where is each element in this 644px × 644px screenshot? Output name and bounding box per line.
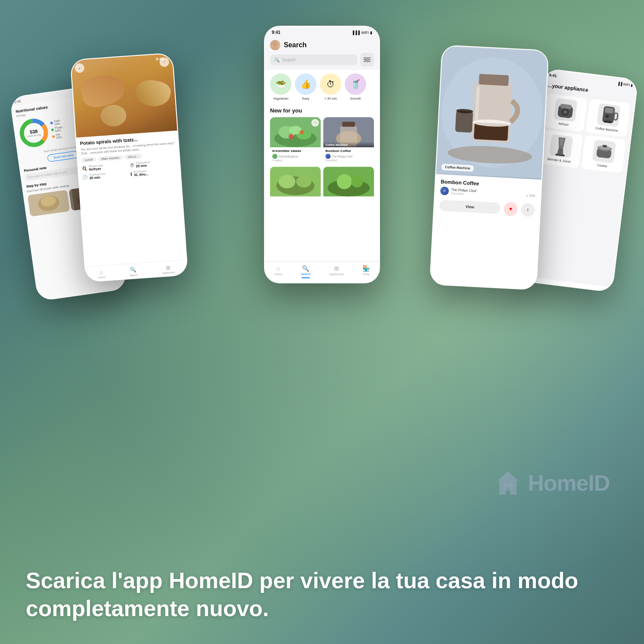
status-icons-search: ▐▐▐ WiFi ▮: [352, 30, 372, 35]
nav-home[interactable]: ⌂ Home: [98, 269, 106, 279]
headline-text: Scarica l'app HomeID per vivere la tua c…: [26, 567, 618, 623]
recipe-hero-image: ‹ ♡ 9:41: [71, 53, 177, 137]
status-time-search: 9:41: [272, 30, 280, 35]
coffee-machine-label: Coffee Machine: [595, 126, 618, 133]
heart-action-button[interactable]: ♥: [504, 202, 518, 216]
legend-dot-carb: [50, 122, 53, 125]
legend-dot-protein: [51, 128, 54, 131]
search-bottom-nav: ⌂ Home 🔍 Search ⊞ Appliances 🏪 Shop: [265, 261, 379, 283]
blender-label: Blender & Juicer: [547, 157, 571, 164]
card4-info: [323, 197, 374, 210]
salads-author-row: KitchenExplorer: [272, 154, 319, 159]
search-header: Search: [265, 36, 379, 53]
nav-home-label: Home: [98, 276, 105, 279]
svg-point-16: [367, 59, 369, 61]
appliance-cooker[interactable]: Cooker: [581, 135, 626, 173]
coffee-title: Bombon Coffee: [325, 149, 372, 153]
svg-rect-28: [342, 122, 355, 127]
logo-area: HomeID: [493, 468, 610, 498]
coffee-author-row: The Philips Chef: [325, 154, 372, 159]
salads-card-image: ♡: [270, 117, 321, 147]
homeid-logo-text: HomeID: [528, 470, 610, 496]
meta-value-type: Airfryer: [89, 167, 104, 171]
recipe-info: Potato spirals with tzatz... You and you…: [76, 131, 181, 187]
view-button[interactable]: View: [439, 200, 501, 214]
snav-search[interactable]: 🔍 Search: [301, 265, 310, 278]
snav-shop-icon: 🏪: [362, 265, 370, 272]
recipe-card-4[interactable]: [323, 167, 374, 210]
snav-shop[interactable]: 🏪 Shop: [362, 265, 370, 278]
cooker-label: Cooker: [597, 163, 608, 168]
coffee-hero: Coffee Machine: [436, 46, 548, 179]
coffee-card-image: Coffee Machine: [323, 117, 374, 147]
meta-accessory: ℹ Accessory XL dou...: [130, 167, 177, 177]
recipe-card-3[interactable]: [270, 167, 321, 210]
smooth-label: Smooth: [350, 97, 361, 100]
svg-rect-40: [479, 74, 509, 86]
nav-search[interactable]: 🔍 Search: [129, 267, 138, 276]
filter-button[interactable]: [360, 53, 374, 67]
recipe-card-salads[interactable]: ♡ Irresistible salads KitchenExplorer Cr…: [270, 117, 321, 164]
meta-cooking-time: 🕐 Cooking time 20 min: [82, 170, 129, 180]
category-vegetarian[interactable]: 🥗 Vegetarian: [270, 73, 292, 100]
nav-appliances[interactable]: ⊞ Appliances: [162, 264, 175, 274]
phone-recipe: ‹ ♡ 9:41 Potato spirals with tzatz... Yo…: [70, 52, 188, 282]
svg-rect-63: [602, 145, 607, 148]
airfryer-icon: [553, 98, 577, 122]
meta-icon-cooking: 🕐: [82, 174, 88, 179]
category-30min[interactable]: ⏱ < 30 min: [320, 73, 341, 100]
svg-point-36: [351, 176, 363, 188]
appliance-airfryer[interactable]: Airfryer: [543, 93, 587, 132]
meta-value-access: XL dou...: [134, 172, 149, 177]
smooth-circle: 🥤: [345, 73, 366, 95]
search-icon: 🔍: [130, 267, 137, 273]
search-bar-row: 🔍 Search: [265, 53, 379, 70]
home-icon: ⌂: [100, 269, 103, 275]
coffee-author-name: The Philips Chef: [332, 155, 352, 158]
appliances-icon: ⊞: [166, 264, 170, 271]
category-smooth[interactable]: 🥤 Smooth: [345, 73, 366, 100]
airfryer-label: Airfryer: [558, 122, 569, 127]
meta-prep-time: ⏱ Preparation 20 min: [130, 159, 176, 169]
card3-info: [270, 197, 321, 210]
meta-icon-type: 🍳: [82, 166, 87, 171]
category-easy[interactable]: 👍 Easy: [295, 73, 316, 100]
phone-coffee: Coffee Machine Bombon Coffee P The Phili…: [429, 45, 549, 290]
appliance-blender[interactable]: Blender & Juicer: [538, 130, 583, 168]
svg-point-24: [300, 130, 304, 134]
signal-icon: ▐▐▐: [352, 30, 360, 35]
card3-image: [270, 167, 321, 197]
tag-one-p: One p...: [124, 154, 142, 160]
recipe-card-coffee[interactable]: Coffee Machine Bombon Coffee The Philips…: [323, 117, 374, 164]
snav-shop-label: Shop: [363, 273, 370, 276]
status-time-nutrition: 9:41: [14, 99, 21, 104]
appliances-grid: Airfryer Coffee Machine: [534, 91, 635, 176]
salads-card-info: Irresistible salads KitchenExplorer Crea…: [270, 147, 321, 164]
homeid-logo-icon: [493, 468, 523, 498]
search-page-title: Search: [284, 41, 307, 49]
tag-lunch: Lunch: [81, 157, 97, 162]
appliance-coffee-machine[interactable]: Coffee Machine: [586, 99, 630, 137]
svg-point-17: [365, 61, 367, 62]
legend-label-carb: Carb16%: [54, 119, 61, 126]
share-action-button[interactable]: ↑: [521, 203, 535, 217]
snav-appliances[interactable]: ⊞ Appliances: [329, 265, 344, 278]
coffee-card-overlay: Coffee Machine: [323, 142, 374, 147]
new-for-you-section: New for you ♡ Irresis: [265, 104, 379, 211]
legend-dot-fat: [52, 135, 55, 138]
battery-icon: ▮: [370, 30, 372, 35]
meta-value-cooking: 20 min: [89, 175, 106, 180]
svg-point-15: [365, 57, 366, 59]
vegetarian-label: Vegetarian: [273, 97, 289, 100]
wifi-icon: WiFi: [361, 30, 369, 35]
search-bar[interactable]: 🔍 Search: [270, 55, 358, 65]
snav-home[interactable]: ⌂ Home: [274, 265, 283, 278]
salads-author-action: Created: [272, 159, 319, 162]
salads-author-avatar: [272, 154, 277, 159]
card-heart-salads[interactable]: ♡: [311, 119, 319, 127]
show-more-button[interactable]: Show me more: [47, 151, 79, 162]
headline-area: Scarica l'app HomeID per vivere la tua c…: [26, 567, 618, 623]
status-time-appliances: 9:41: [549, 73, 557, 78]
snav-home-icon: ⌂: [276, 265, 280, 272]
new-for-you-title: New for you: [270, 107, 374, 114]
